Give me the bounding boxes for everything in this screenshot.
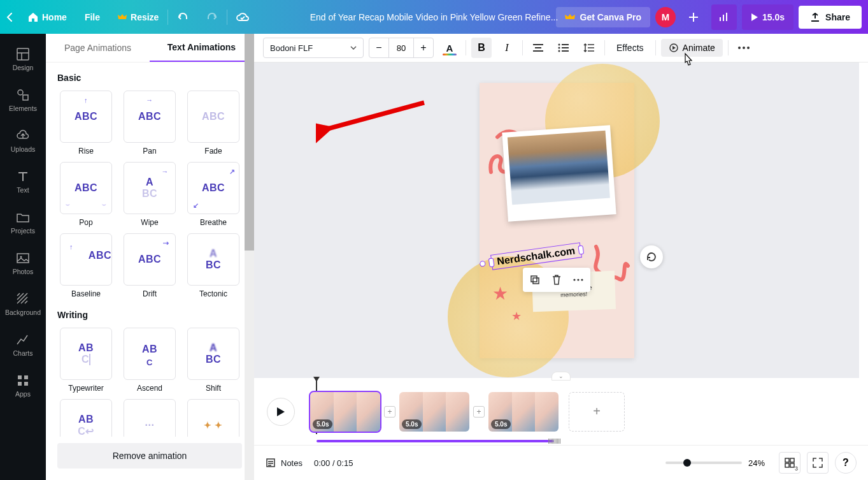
animate-button[interactable]: Animate [661,39,723,57]
avatar[interactable]: M [655,7,676,27]
anim-wipe[interactable]: →ABC [124,162,176,214]
add-page-button[interactable]: + [569,392,625,432]
add-transition-button[interactable]: + [384,406,395,418]
rail-photos[interactable]: Photos [0,243,46,284]
redo-button[interactable] [197,0,227,34]
spacing-button[interactable] [579,38,599,58]
font-family-select[interactable]: Bodoni FLF [263,38,364,58]
delete-button[interactable] [547,270,566,289]
text-color-button[interactable]: A [439,38,460,58]
get-pro-button[interactable]: Get Canva Pro [556,7,650,27]
add-member-button[interactable] [681,4,706,30]
font-size-decrease[interactable]: − [369,38,388,57]
anim-breathe[interactable]: ↗ABC↙ [187,162,239,214]
notes-button[interactable]: Notes [266,458,302,468]
bottom-bar: Notes 0:00 / 0:15 24% 3 ? [254,445,868,480]
rail-text-label: Text [17,186,29,194]
star-element[interactable]: ★ [492,283,508,304]
panel-scroll-thumb[interactable] [245,34,254,251]
audio-waveform-end[interactable] [548,439,561,444]
anim-extra-1[interactable]: ABC↩ [60,399,112,437]
anim-extra-2[interactable]: ··· [124,399,176,437]
anim-tectonic[interactable]: ABC [187,233,239,286]
resize-handle-left[interactable] [488,258,494,267]
bar-chart-icon [719,12,729,22]
more-button[interactable] [734,38,754,58]
rail-apps[interactable]: Apps [0,365,46,406]
panel-body[interactable]: Basic ↑ABCRise →ABCPan ABCFade ABC⌣⌣Pop … [46,62,253,437]
grid-view-button[interactable]: 3 [779,452,800,474]
anim-pop[interactable]: ABC⌣⌣ [60,162,112,214]
add-transition-button[interactable]: + [473,406,485,418]
anim-typewriter[interactable]: ABC [60,328,112,380]
anim-typewriter-label: Typewriter [68,384,103,393]
star-element[interactable]: ★ [511,309,522,323]
polaroid-photo[interactable] [502,125,616,222]
back-button[interactable] [0,0,19,34]
timeline-body: 5.0s + 5.0s + 5.0s + [254,378,868,445]
anim-drift[interactable]: ⇢ABC [124,233,176,286]
crown-icon [118,13,127,22]
trash-icon [552,275,561,285]
anim-fade[interactable]: ABC [187,91,239,143]
rail-design[interactable]: Design [0,39,46,80]
share-button[interactable]: Share [799,6,862,29]
duplicate-button[interactable] [525,270,544,289]
insights-button[interactable] [711,4,737,30]
layout-icon [16,47,30,61]
clip-duration: 5.0s [402,419,422,429]
anim-baseline[interactable]: ↑ABC [60,233,112,286]
anim-rise[interactable]: ↑ABC [60,91,112,143]
timeline-clip-1[interactable]: 5.0s [310,392,380,432]
resize-button[interactable]: Resize [109,0,167,34]
text-align-button[interactable] [528,38,548,58]
left-rail: Design Elements Uploads Text Projects Ph… [0,34,46,480]
play-preview-button[interactable]: 15.0s [742,4,793,30]
help-button[interactable]: ? [835,452,857,474]
timeline-clip-2[interactable]: 5.0s [399,392,469,432]
resize-handle-right[interactable] [577,245,583,254]
rail-background[interactable]: Background [0,284,46,324]
zoom-controls: 24% 3 ? [665,452,857,474]
anim-pan[interactable]: →ABC [124,91,176,143]
anim-ascend[interactable]: ABC [124,328,176,380]
timeline-play-button[interactable] [267,398,295,426]
rail-uploads[interactable]: Uploads [0,120,46,161]
element-more-button[interactable] [569,270,588,289]
cloud-status-button[interactable] [227,0,258,34]
rail-elements[interactable]: Elements [0,80,46,120]
canvas-page[interactable]: Nerdschalk.com Thanks for thememories! ★… [480,83,634,358]
undo-button[interactable] [168,0,197,34]
rail-charts[interactable]: Charts [0,324,46,365]
anim-shift[interactable]: ABC [187,328,239,380]
shapes-icon [16,88,30,102]
tab-page-animations[interactable]: Page Animations [46,34,150,62]
list-button[interactable] [553,38,574,58]
audio-track-bar[interactable] [317,440,553,442]
remove-animation-button[interactable]: Remove animation [57,443,242,469]
element-float-toolbar [523,268,590,292]
arrow-dotted-right-icon: ⇢ [163,239,169,247]
anim-shift-label: Shift [206,384,221,393]
effects-button[interactable]: Effects [610,43,650,53]
zoom-slider[interactable] [665,462,742,464]
fullscreen-button[interactable] [807,452,829,474]
tab-text-animations[interactable]: Text Animations [150,34,253,62]
file-menu[interactable]: File [76,0,109,34]
home-button[interactable]: Home [19,0,76,34]
rail-projects[interactable]: Projects [0,202,46,243]
bold-button[interactable]: B [471,38,492,58]
font-size-value[interactable]: 80 [388,38,414,57]
timeline-clip-3[interactable]: 5.0s [488,392,559,432]
rotate-handle[interactable] [478,258,486,270]
zoom-slider-thumb[interactable] [683,459,691,467]
rail-text[interactable]: Text [0,161,46,202]
svg-point-21 [581,279,583,280]
font-size-increase[interactable]: + [414,38,433,57]
zoom-percent[interactable]: 24% [748,458,772,468]
document-title[interactable]: End of Year Recap Mobile Video in Pink Y… [310,12,559,22]
italic-button[interactable]: I [497,38,517,58]
canvas-area[interactable]: Nerdschalk.com Thanks for thememories! ★… [254,62,859,378]
anim-extra-3[interactable]: ✦ ✦ [187,399,239,437]
regenerate-button[interactable] [640,245,663,268]
